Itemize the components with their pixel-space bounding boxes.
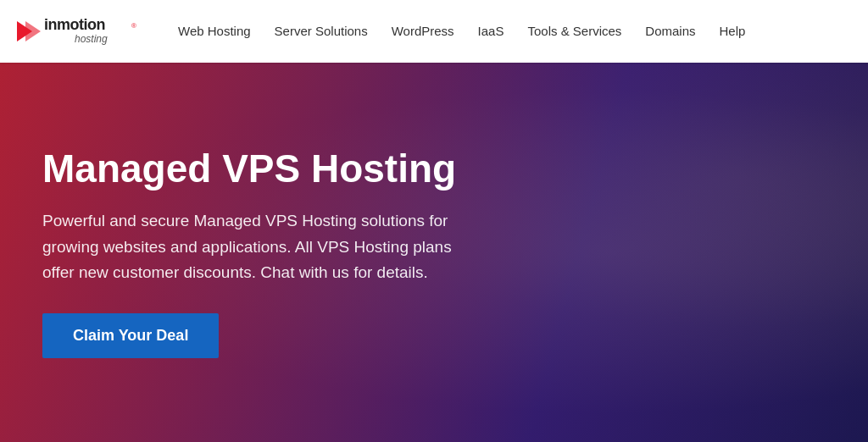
svg-marker-1: [25, 21, 41, 41]
svg-text:hosting: hosting: [75, 33, 108, 45]
svg-text:®: ®: [131, 22, 136, 30]
nav-item-iaas[interactable]: IaaS: [478, 24, 504, 39]
nav-item-web-hosting[interactable]: Web Hosting: [178, 24, 251, 39]
nav-item-tools-services[interactable]: Tools & Services: [527, 24, 621, 39]
hero-content: Managed VPS Hosting Powerful and secure …: [0, 113, 509, 391]
navbar: inmotion hosting ® Web Hosting Server So…: [0, 0, 868, 63]
hero-section: Managed VPS Hosting Powerful and secure …: [0, 63, 868, 442]
nav-links: Web Hosting Server Solutions WordPress I…: [178, 24, 745, 39]
nav-item-domains[interactable]: Domains: [645, 24, 695, 39]
hero-title: Managed VPS Hosting: [42, 146, 466, 191]
hero-subtitle: Powerful and secure Managed VPS Hosting …: [42, 208, 466, 285]
nav-item-server-solutions[interactable]: Server Solutions: [275, 24, 368, 39]
claim-deal-button[interactable]: Claim Your Deal: [42, 313, 219, 358]
svg-text:inmotion: inmotion: [44, 16, 105, 33]
logo[interactable]: inmotion hosting ®: [17, 11, 153, 52]
nav-item-help[interactable]: Help: [720, 24, 746, 39]
nav-item-wordpress[interactable]: WordPress: [392, 24, 454, 39]
